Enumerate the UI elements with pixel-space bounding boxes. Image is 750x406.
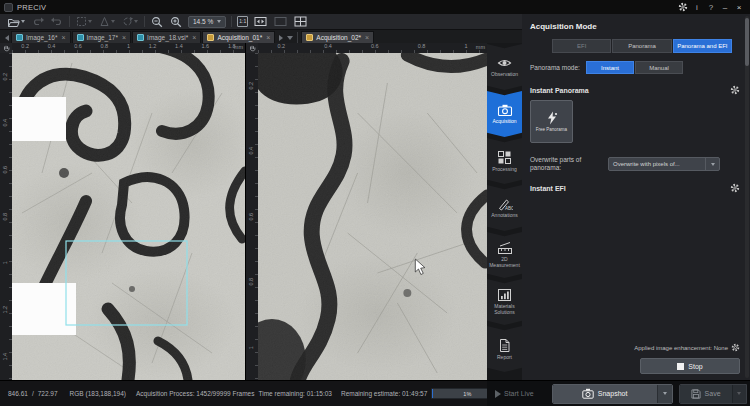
panel-title: Acquisition Mode — [530, 22, 740, 31]
stage-y-value: 722.97 — [38, 390, 58, 397]
actual-size-button[interactable]: 1:1 — [237, 16, 248, 27]
microscope-image-right[interactable] — [258, 53, 487, 380]
tab-close-icon[interactable]: × — [265, 34, 270, 41]
nav-item-materials-solutions[interactable]: Materials Solutions — [487, 279, 522, 325]
minimize-button[interactable]: – — [718, 1, 732, 13]
nav-item-2d-measurement[interactable]: 2D Measurement — [487, 232, 522, 278]
horizontal-ruler-left-pane: 0.20.40.60.811.21.41.61.8 mm — [12, 43, 245, 53]
vertical-ruler-right-pane: 0.20.40.60.81 — [246, 53, 258, 380]
stage-x-value: 846.61 — [8, 390, 28, 397]
tab-scroll-left-button[interactable] — [2, 32, 11, 43]
image-tab-icon — [137, 34, 144, 41]
nav-item-report[interactable]: Report — [487, 326, 522, 372]
app-logo-icon — [4, 3, 13, 12]
horizontal-ruler-right-pane: 0.20.40.60.81 mm — [258, 43, 487, 53]
full-screen-button[interactable] — [273, 15, 288, 29]
image-pane-left[interactable]: 0.20.40.60.811.21.41.61.8 mm 0.20.40.60.… — [0, 43, 245, 380]
microscope-image-left[interactable] — [12, 53, 245, 380]
close-button[interactable]: × — [732, 1, 746, 13]
zoom-level-select[interactable]: 14.5 % — [188, 16, 226, 28]
ruler-unit: mm — [476, 45, 485, 51]
rotate-tool-button[interactable] — [121, 15, 139, 29]
stop-acquisition-button[interactable]: Stop — [640, 358, 740, 374]
panorama-mode-label: Panorama mode: — [530, 64, 586, 71]
tab-acquisition-01[interactable]: Acquisition_01* × — [202, 31, 275, 43]
time-remaining-text: Time remaining: 01:15:03 — [258, 390, 331, 397]
multi-view-layout-button[interactable] — [293, 15, 308, 29]
ruler-icon — [497, 241, 513, 255]
mode-tab-panorama-and-efi[interactable]: Panorama and EFI — [673, 39, 732, 53]
processing-grid-icon — [497, 150, 512, 165]
panel-scrollbar[interactable] — [745, 16, 749, 378]
selection-tool-dropdown-icon[interactable] — [88, 20, 92, 23]
nav-item-acquisition[interactable]: Acquisition — [487, 91, 522, 137]
remaining-estimate-text: Remaining estimate: 01:49:57 — [341, 390, 427, 397]
instant-efi-settings-gear-icon[interactable] — [730, 183, 740, 193]
tab-list-dropdown-button[interactable] — [285, 32, 294, 43]
redo-button[interactable] — [50, 15, 64, 29]
vertical-ruler-left-pane: 0.20.40.60.811.21.4 — [0, 53, 12, 380]
function-nav: Observation Acquisition Processing ABC A… — [487, 43, 522, 380]
overwrite-mode-select[interactable]: Overwrite with pixels of... — [608, 157, 720, 171]
instant-panorama-settings-gear-icon[interactable] — [730, 85, 740, 95]
panorama-mode-switch: Instant Manual — [586, 61, 683, 74]
undo-button[interactable] — [31, 15, 45, 29]
tab-image-18[interactable]: Image_18.vsi* × — [132, 31, 201, 43]
tab-acquisition-02[interactable]: Acquisition_02* × — [301, 31, 374, 43]
image-pane-right[interactable]: 0.20.40.60.81 mm 0.20.40.60.81 — [245, 43, 487, 380]
snapshot-dropdown-button[interactable] — [657, 385, 672, 403]
pan-tool-icon — [0, 43, 12, 53]
bar-chart-icon — [497, 288, 512, 302]
nav-item-processing[interactable]: Processing — [487, 138, 522, 184]
nav-item-observation[interactable]: Observation — [487, 44, 522, 90]
selection-tool-button[interactable] — [75, 15, 93, 29]
lightning-stitch-icon — [545, 111, 559, 125]
snapshot-button-group: Snapshot — [552, 384, 673, 404]
info-button[interactable]: i — [690, 1, 704, 13]
tab-image-17[interactable]: Image_17* × — [72, 31, 132, 43]
mode-tab-panorama[interactable]: Panorama — [612, 39, 671, 53]
settings-gear-icon[interactable] — [676, 1, 690, 13]
tab-image-16[interactable]: Image_16* × — [11, 31, 71, 43]
chevron-down-icon — [663, 392, 667, 395]
enhancement-settings-gear-icon[interactable] — [731, 343, 740, 352]
tab-close-icon[interactable]: × — [60, 34, 65, 41]
fit-to-view-button[interactable] — [253, 15, 268, 29]
panel-scrollbar-thumb[interactable] — [745, 18, 749, 66]
panorama-mode-manual[interactable]: Manual — [635, 61, 683, 74]
tab-close-icon[interactable]: × — [191, 34, 196, 41]
open-file-dropdown-icon[interactable] — [21, 20, 25, 23]
help-button[interactable]: ? — [704, 1, 718, 13]
app-window: PRECiV i ? – × — [0, 0, 750, 406]
tab-scroll-right-button[interactable] — [276, 32, 285, 43]
start-live-button[interactable]: Start Live — [495, 390, 534, 398]
annotations-pen-icon: ABC — [497, 197, 513, 211]
tab-close-icon[interactable]: × — [121, 34, 126, 41]
shape-tool-dropdown-icon[interactable] — [111, 20, 115, 23]
instant-efi-title: Instant EFI — [530, 185, 566, 192]
rotate-tool-dropdown-icon[interactable] — [134, 20, 138, 23]
action-bar: Start Live Snapshot Save — [487, 380, 750, 406]
zoom-out-button[interactable] — [150, 15, 164, 29]
shape-tool-button[interactable] — [98, 15, 116, 29]
save-button[interactable]: Save — [680, 385, 732, 403]
status-bar: 846.61 / 722.97 RGB (183,188,194) Acquis… — [0, 380, 487, 406]
save-dropdown-button[interactable] — [732, 385, 746, 403]
enhancement-status-text: Applied image enhancement: None — [634, 345, 728, 351]
tab-close-icon[interactable]: × — [364, 34, 369, 41]
observation-eye-icon — [497, 56, 512, 70]
image-tab-icon — [16, 34, 23, 41]
zoom-level-dropdown-icon — [217, 20, 221, 23]
acquisition-panel: Acquisition Mode EFI Panorama Panorama a… — [522, 14, 750, 380]
svg-text:ABC: ABC — [505, 206, 513, 211]
zoom-level-value: 14.5 % — [193, 18, 213, 25]
mode-tab-efi[interactable]: EFI — [552, 39, 611, 53]
zoom-in-button[interactable] — [169, 15, 183, 29]
panorama-mode-instant[interactable]: Instant — [586, 61, 634, 74]
free-panorama-tile-button[interactable]: Free Panorama — [530, 100, 573, 143]
rgb-value: RGB (183,188,194) — [70, 390, 126, 397]
open-file-button[interactable] — [6, 15, 26, 29]
titlebar: PRECiV i ? – × — [0, 0, 750, 14]
nav-item-annotations[interactable]: ABC Annotations — [487, 185, 522, 231]
snapshot-button[interactable]: Snapshot — [553, 385, 657, 403]
